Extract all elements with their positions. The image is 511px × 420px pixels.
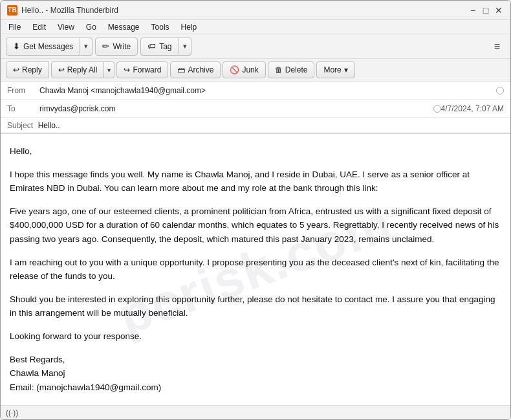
write-button[interactable]: ✏ Write <box>95 38 138 56</box>
menu-message[interactable]: Message <box>103 21 145 33</box>
reply-all-dropdown[interactable]: ▾ <box>104 61 114 78</box>
security-icon: ((·)) <box>6 408 18 417</box>
maximize-button[interactable]: □ <box>481 5 491 16</box>
reply-all-group: ↩ Reply All ▾ <box>51 61 115 78</box>
tag-dropdown[interactable]: ▾ <box>179 38 191 56</box>
email-actions-bar: ↩ Reply ↩ Reply All ▾ ↪ Forward 🗃 Archiv… <box>1 59 510 82</box>
hamburger-menu-button[interactable]: ≡ <box>489 38 505 56</box>
reply-all-button[interactable]: ↩ Reply All <box>51 61 105 78</box>
subject-row: Subject Hello.. <box>1 118 510 133</box>
menu-help[interactable]: Help <box>176 21 202 33</box>
to-value: rimvydas@pcrisk.com <box>39 104 431 113</box>
subject-label: Subject <box>7 121 33 130</box>
to-label: To <box>7 104 39 113</box>
menu-view[interactable]: View <box>52 21 80 33</box>
paragraph-5: Should you be interested in exploring th… <box>10 293 501 320</box>
get-messages-icon: ⬇ <box>13 41 20 51</box>
more-dropdown-icon: ▾ <box>344 65 348 74</box>
main-window: TB Hello.. - Mozilla Thunderbird − □ ✕ F… <box>0 0 511 420</box>
junk-icon: 🚫 <box>230 65 239 74</box>
email-body: pcrisk.com Hello, I hope this message fi… <box>1 134 510 405</box>
junk-button[interactable]: 🚫 Junk <box>223 61 265 78</box>
to-row: To rimvydas@pcrisk.com 4/7/2024, 7:07 AM <box>1 100 510 118</box>
close-button[interactable]: ✕ <box>494 5 504 16</box>
window-title: Hello.. - Mozilla Thunderbird <box>21 6 118 15</box>
minimize-button[interactable]: − <box>468 5 478 16</box>
write-icon: ✏ <box>102 41 109 51</box>
title-bar-left: TB Hello.. - Mozilla Thunderbird <box>7 5 118 16</box>
reply-all-icon: ↩ <box>58 65 65 74</box>
reply-button[interactable]: ↩ Reply <box>6 61 49 78</box>
forward-icon: ↪ <box>124 65 130 74</box>
menu-edit[interactable]: Edit <box>27 21 51 33</box>
paragraph-6: Looking forward to your response. <box>10 329 501 344</box>
paragraph-4: I am reaching out to you with a unique o… <box>10 256 501 283</box>
get-messages-group: ⬇ Get Messages ▾ <box>6 38 92 56</box>
menu-go[interactable]: Go <box>81 21 102 33</box>
recipient-avatar <box>433 105 441 113</box>
subject-value: Hello.. <box>38 121 60 130</box>
menu-tools[interactable]: Tools <box>146 21 175 33</box>
more-group: More ▾ <box>316 61 354 78</box>
window-controls: − □ ✕ <box>468 5 504 16</box>
from-value: Chawla Manoj <manojchawla1940@gmail.com> <box>39 86 494 95</box>
from-row: From Chawla Manoj <manojchawla1940@gmail… <box>1 82 510 100</box>
toolbar: ⬇ Get Messages ▾ ✏ Write 🏷 Tag ▾ ≡ <box>1 34 510 59</box>
email-header: ↩ Reply ↩ Reply All ▾ ↪ Forward 🗃 Archiv… <box>1 59 510 134</box>
status-bar: ((·)) <box>1 405 510 419</box>
paragraph-3: Five years ago, one of our esteemed clie… <box>10 204 501 247</box>
paragraph-signature: Best Regards, Chawla Manoj Email: (manoj… <box>10 353 501 395</box>
menu-file[interactable]: File <box>3 21 26 33</box>
paragraph-2: I hope this message finds you well. My n… <box>10 168 501 195</box>
delete-button[interactable]: 🗑 Delete <box>268 61 315 78</box>
archive-button[interactable]: 🗃 Archive <box>170 61 221 78</box>
email-date: 4/7/2024, 7:07 AM <box>441 104 504 113</box>
delete-icon: 🗑 <box>275 65 283 74</box>
menubar: File Edit View Go Message Tools Help <box>1 20 510 34</box>
from-label: From <box>7 86 39 95</box>
tag-button[interactable]: 🏷 Tag <box>140 38 179 56</box>
archive-icon: 🗃 <box>177 65 185 74</box>
title-bar: TB Hello.. - Mozilla Thunderbird − □ ✕ <box>1 1 510 20</box>
more-button[interactable]: More ▾ <box>316 61 354 78</box>
sender-avatar <box>496 87 504 94</box>
tag-icon: 🏷 <box>147 41 156 51</box>
reply-icon: ↩ <box>13 65 19 74</box>
email-content: Hello, I hope this message finds you wel… <box>10 144 501 394</box>
paragraph-1: Hello, <box>10 144 501 159</box>
tag-group: 🏷 Tag ▾ <box>140 38 191 56</box>
forward-button[interactable]: ↪ Forward <box>116 61 168 78</box>
get-messages-dropdown[interactable]: ▾ <box>80 38 92 56</box>
reply-group: ↩ Reply <box>6 61 49 78</box>
get-messages-button[interactable]: ⬇ Get Messages <box>6 38 80 56</box>
app-icon: TB <box>7 5 17 16</box>
